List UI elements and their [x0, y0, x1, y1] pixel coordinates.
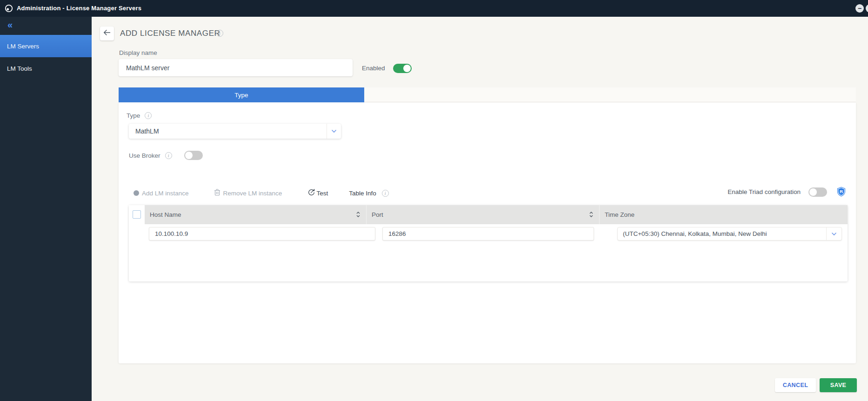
time-zone-value: (UTC+05:30) Chennai, Kolkata, Mumbai, Ne…	[618, 227, 826, 240]
window-title: Administration - License Manager Servers	[17, 0, 141, 17]
sidebar-item-lm-servers[interactable]: LM Servers	[0, 35, 92, 57]
triad-configuration-row: Enable Triad configuration R	[728, 187, 846, 197]
sort-arrows-icon[interactable]	[356, 211, 361, 220]
window-control-partial-icon[interactable]	[866, 4, 868, 13]
add-lm-instance-label: Add LM instance	[142, 190, 189, 197]
triad-toggle[interactable]	[808, 187, 827, 197]
time-zone-dropdown[interactable]: (UTC+05:30) Chennai, Kolkata, Mumbai, Ne…	[617, 227, 842, 241]
sidebar-item-label: LM Tools	[7, 65, 32, 72]
filled-circle-icon	[134, 190, 139, 196]
sidebar-item-lm-tools[interactable]: LM Tools	[0, 57, 92, 80]
sidebar-item-label: LM Servers	[7, 43, 39, 50]
table-info-button[interactable]: Table Info i	[349, 190, 389, 197]
minimize-icon[interactable]: −	[855, 4, 864, 13]
back-button[interactable]	[100, 27, 114, 40]
toggle-knob	[809, 188, 817, 196]
type-panel: Type i MathLM Use Broker i Add LM instan…	[119, 102, 856, 363]
type-field-label-row: Type i	[127, 112, 152, 119]
select-all-checkbox[interactable]	[133, 210, 141, 219]
toggle-knob	[403, 65, 411, 72]
sidebar: « LM Servers LM Tools	[0, 17, 92, 401]
type-dropdown[interactable]: MathLM	[129, 124, 341, 139]
info-icon[interactable]: i	[216, 30, 223, 37]
table-select-gutter	[129, 205, 145, 224]
test-icon	[307, 188, 315, 198]
type-field-label: Type	[127, 112, 140, 119]
test-label: Test	[316, 190, 328, 197]
shield-r-icon[interactable]: R	[836, 187, 846, 197]
chevron-down-icon[interactable]	[327, 124, 341, 139]
sidebar-collapse-button[interactable]: «	[7, 20, 13, 30]
add-lm-instance-button[interactable]: Add LM instance	[134, 190, 189, 197]
chevron-down-icon[interactable]	[826, 227, 841, 240]
triad-label: Enable Triad configuration	[728, 188, 801, 195]
column-header-label: Time Zone	[605, 211, 634, 218]
title-bar: Administration - License Manager Servers…	[0, 0, 868, 17]
remove-lm-instance-label: Remove LM instance	[223, 190, 282, 197]
use-broker-toggle[interactable]	[184, 151, 203, 160]
enabled-label: Enabled	[362, 65, 385, 72]
toggle-knob	[185, 152, 193, 159]
info-icon[interactable]: i	[145, 112, 152, 119]
sort-arrows-icon[interactable]	[589, 211, 594, 220]
save-button[interactable]: SAVE	[820, 378, 857, 392]
column-header-port[interactable]: Port	[366, 205, 599, 224]
info-icon[interactable]: i	[382, 190, 389, 197]
tab-type[interactable]: Type	[119, 87, 364, 102]
host-name-input[interactable]	[149, 227, 375, 241]
column-header-host-name[interactable]: Host Name	[145, 205, 366, 224]
tab-bar: Type	[119, 87, 856, 102]
cancel-button[interactable]: CANCEL	[775, 378, 816, 392]
type-dropdown-value: MathLM	[129, 124, 327, 139]
enabled-toggle[interactable]	[393, 64, 412, 73]
page-title: ADD LICENSE MANAGER	[120, 29, 220, 38]
remove-lm-instance-button[interactable]: Remove LM instance	[214, 188, 282, 198]
column-header-label: Port	[372, 211, 383, 218]
table-header-row: Host Name Port Time Zone	[129, 205, 848, 224]
test-button[interactable]: Test	[307, 188, 328, 198]
lm-instance-table: Host Name Port Time Zone	[129, 205, 848, 281]
column-header-label: Host Name	[150, 211, 181, 218]
info-icon[interactable]: i	[165, 152, 172, 159]
table-toolbar: Add LM instance Remove LM instance	[134, 188, 389, 198]
arrow-left-icon	[103, 29, 111, 38]
table-info-label: Table Info	[349, 190, 376, 197]
svg-text:R: R	[840, 189, 843, 194]
port-input[interactable]	[382, 227, 594, 241]
tab-label: Type	[234, 92, 248, 99]
column-header-time-zone[interactable]: Time Zone	[599, 205, 848, 224]
display-name-label: Display name	[119, 49, 157, 56]
trash-icon	[214, 188, 220, 198]
use-broker-row: Use Broker i	[129, 151, 203, 160]
app-window: Administration - License Manager Servers…	[0, 0, 868, 401]
display-name-input[interactable]	[119, 59, 353, 76]
use-broker-label: Use Broker	[129, 152, 160, 159]
app-logo-icon	[5, 4, 13, 13]
